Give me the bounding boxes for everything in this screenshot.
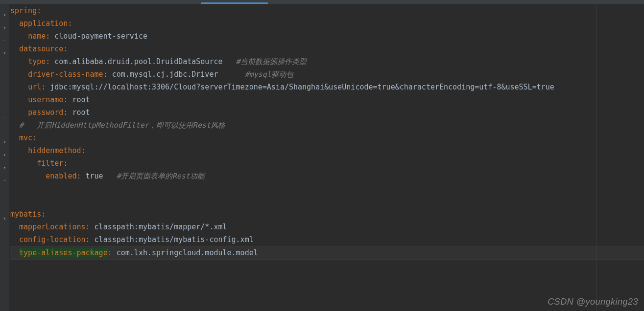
code-line[interactable]: enabled: true #开启页面表单的Rest功能 [10, 170, 644, 182]
yaml-key: type-aliases-package [19, 248, 108, 258]
code-line[interactable]: mvc: [10, 132, 644, 144]
yaml-key: type [28, 57, 46, 66]
fold-end-icon [2, 38, 7, 43]
code-lines[interactable]: spring: application: name: cloud-payment… [9, 4, 644, 260]
code-line[interactable]: mybatis: [10, 208, 644, 221]
code-line[interactable]: url: jdbc:mysql://localhost:3306/Cloud?s… [10, 81, 644, 93]
yaml-key: mapperLocations [19, 222, 85, 231]
yaml-key: mvc [19, 133, 32, 142]
yaml-value: com.alibaba.druid.pool.DruidDataSource [50, 57, 236, 66]
fold-toggle-icon[interactable] [2, 216, 7, 221]
code-line[interactable]: hiddenmethod: [10, 144, 644, 157]
fold-toggle-icon[interactable] [2, 165, 7, 170]
code-line[interactable]: name: cloud-payment-service [10, 30, 644, 43]
yaml-comment: #开启页面表单的Rest功能 [117, 172, 205, 180]
yaml-key: driver-class-name [28, 70, 103, 79]
code-line[interactable]: driver-class-name: com.mysql.cj.jdbc.Dri… [10, 68, 644, 81]
yaml-key: name [28, 32, 46, 41]
fold-toggle-icon[interactable] [2, 139, 7, 145]
fold-end-icon [2, 178, 7, 183]
code-line[interactable]: password: root [10, 106, 644, 119]
code-line[interactable]: # 开启HiddenHttpMethodFilter，即可以使用Rest风格 [10, 119, 644, 132]
yaml-value: jdbc:mysql://localhost:3306/Cloud?server… [46, 83, 554, 91]
right-margin-guide [596, 4, 597, 311]
yaml-key: mybatis [10, 210, 41, 219]
fold-toggle-icon[interactable] [2, 50, 7, 56]
yaml-value: cloud-payment-service [50, 32, 147, 41]
yaml-comment: #当前数据源操作类型 [236, 57, 307, 66]
yaml-key: username [28, 95, 63, 104]
fold-end-icon [2, 114, 7, 119]
watermark: CSDN @youngking23 [548, 297, 638, 307]
code-line[interactable]: spring: [10, 4, 644, 17]
yaml-value: root [68, 108, 90, 117]
yaml-key: application [19, 19, 68, 28]
yaml-value: classpath:mybatis/mapper/*.xml [90, 222, 227, 231]
yaml-key: url [28, 83, 41, 91]
code-line-blank[interactable] [10, 182, 644, 195]
yaml-value: classpath:mybatis/mybatis-config.xml [90, 235, 254, 244]
code-line[interactable]: mapperLocations: classpath:mybatis/mappe… [10, 221, 644, 233]
code-line[interactable]: type-aliases-package: com.lxh.springclou… [10, 246, 644, 260]
yaml-key: spring [10, 6, 37, 15]
code-line[interactable]: config-location: classpath:mybatis/mybat… [10, 233, 644, 246]
code-panel[interactable]: spring: application: name: cloud-payment… [9, 4, 644, 311]
code-line-blank[interactable] [10, 195, 644, 208]
code-line[interactable]: application: [10, 17, 644, 30]
code-line[interactable]: username: root [10, 93, 644, 106]
fold-toggle-icon[interactable] [2, 25, 7, 30]
yaml-value: true [81, 172, 117, 180]
yaml-key: enabled [46, 172, 76, 180]
fold-end-icon [2, 254, 7, 259]
gutter[interactable] [0, 4, 9, 311]
code-line[interactable]: type: com.alibaba.druid.pool.DruidDataSo… [10, 55, 644, 68]
yaml-key: password [28, 108, 63, 117]
code-line[interactable]: datasource: [10, 43, 644, 55]
yaml-comment: # 开启HiddenHttpMethodFilter，即可以使用Rest风格 [19, 121, 225, 130]
yaml-key: config-location [19, 235, 85, 244]
yaml-key: filter [37, 159, 63, 168]
yaml-value: com.lxh.springcloud.module.model [112, 248, 258, 257]
yaml-key: hiddenmethod [28, 146, 81, 155]
fold-toggle-icon[interactable] [2, 152, 7, 157]
yaml-value: com.mysql.cj.jdbc.Driver [108, 70, 245, 79]
code-line[interactable]: filter: [10, 157, 644, 170]
fold-toggle-icon[interactable] [2, 12, 7, 18]
yaml-comment: #mysql驱动包 [245, 70, 293, 79]
yaml-key: datasource [19, 44, 63, 53]
editor-tabbar[interactable] [0, 0, 644, 4]
yaml-value: root [68, 95, 90, 104]
editor-outer: spring: application: name: cloud-payment… [0, 4, 644, 311]
